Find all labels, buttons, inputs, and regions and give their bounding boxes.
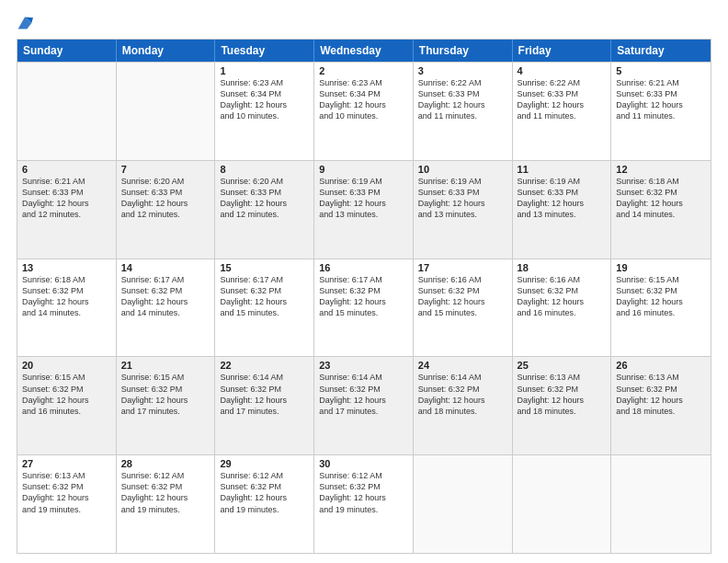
day-info: Sunrise: 6:17 AM Sunset: 6:32 PM Dayligh… (121, 274, 210, 319)
calendar-cell: 15Sunrise: 6:17 AM Sunset: 6:32 PM Dayli… (215, 259, 314, 357)
day-number: 28 (121, 458, 210, 469)
logo (17, 15, 37, 31)
day-info: Sunrise: 6:17 AM Sunset: 6:32 PM Dayligh… (319, 274, 408, 319)
day-number: 10 (418, 164, 507, 175)
calendar-cell: 23Sunrise: 6:14 AM Sunset: 6:32 PM Dayli… (314, 357, 414, 454)
day-info: Sunrise: 6:23 AM Sunset: 6:34 PM Dayligh… (220, 77, 309, 122)
calendar-cell: 20Sunrise: 6:15 AM Sunset: 6:32 PM Dayli… (17, 357, 117, 454)
day-info: Sunrise: 6:14 AM Sunset: 6:32 PM Dayligh… (319, 372, 408, 417)
calendar-week-1: 1Sunrise: 6:23 AM Sunset: 6:34 PM Daylig… (17, 62, 711, 160)
day-number: 12 (616, 164, 706, 175)
calendar-cell: 12Sunrise: 6:18 AM Sunset: 6:32 PM Dayli… (611, 161, 711, 259)
day-number: 2 (319, 65, 408, 76)
calendar-cell: 11Sunrise: 6:19 AM Sunset: 6:33 PM Dayli… (513, 161, 612, 259)
calendar-cell: 8Sunrise: 6:20 AM Sunset: 6:33 PM Daylig… (215, 161, 314, 259)
day-info: Sunrise: 6:17 AM Sunset: 6:32 PM Dayligh… (220, 274, 309, 319)
day-info: Sunrise: 6:15 AM Sunset: 6:32 PM Dayligh… (616, 274, 706, 319)
day-number: 19 (616, 262, 706, 273)
day-info: Sunrise: 6:12 AM Sunset: 6:32 PM Dayligh… (319, 470, 408, 515)
day-info: Sunrise: 6:19 AM Sunset: 6:33 PM Dayligh… (518, 176, 607, 221)
day-number: 15 (220, 262, 309, 273)
calendar-cell: 14Sunrise: 6:17 AM Sunset: 6:32 PM Dayli… (117, 259, 216, 357)
day-number: 20 (22, 360, 111, 371)
day-number: 9 (319, 164, 408, 175)
day-number: 24 (418, 360, 507, 371)
header-friday: Friday (513, 40, 612, 62)
calendar-cell (611, 455, 711, 553)
day-info: Sunrise: 6:13 AM Sunset: 6:32 PM Dayligh… (518, 372, 607, 417)
calendar-cell: 18Sunrise: 6:16 AM Sunset: 6:32 PM Dayli… (513, 259, 612, 357)
calendar-body: 1Sunrise: 6:23 AM Sunset: 6:34 PM Daylig… (17, 62, 711, 553)
day-number: 8 (220, 164, 309, 175)
day-number: 16 (319, 262, 408, 273)
day-info: Sunrise: 6:15 AM Sunset: 6:32 PM Dayligh… (121, 372, 210, 417)
calendar-cell: 19Sunrise: 6:15 AM Sunset: 6:32 PM Dayli… (611, 259, 711, 357)
header-saturday: Saturday (611, 40, 711, 62)
day-info: Sunrise: 6:21 AM Sunset: 6:33 PM Dayligh… (616, 77, 706, 122)
day-number: 7 (121, 164, 210, 175)
calendar-cell: 17Sunrise: 6:16 AM Sunset: 6:32 PM Dayli… (414, 259, 513, 357)
calendar-cell: 10Sunrise: 6:19 AM Sunset: 6:33 PM Dayli… (414, 161, 513, 259)
calendar-cell: 29Sunrise: 6:12 AM Sunset: 6:32 PM Dayli… (215, 455, 314, 553)
day-info: Sunrise: 6:14 AM Sunset: 6:32 PM Dayligh… (220, 372, 309, 417)
calendar-cell: 13Sunrise: 6:18 AM Sunset: 6:32 PM Dayli… (17, 259, 117, 357)
calendar-cell: 4Sunrise: 6:22 AM Sunset: 6:33 PM Daylig… (513, 63, 612, 160)
day-info: Sunrise: 6:20 AM Sunset: 6:33 PM Dayligh… (220, 176, 309, 221)
header-monday: Monday (117, 40, 216, 62)
calendar-week-2: 6Sunrise: 6:21 AM Sunset: 6:33 PM Daylig… (17, 160, 711, 259)
day-number: 13 (22, 262, 111, 273)
day-number: 3 (418, 65, 507, 76)
calendar-cell: 27Sunrise: 6:13 AM Sunset: 6:32 PM Dayli… (17, 455, 117, 553)
day-info: Sunrise: 6:13 AM Sunset: 6:32 PM Dayligh… (616, 372, 706, 417)
day-number: 4 (518, 65, 607, 76)
calendar-cell: 2Sunrise: 6:23 AM Sunset: 6:34 PM Daylig… (314, 63, 414, 160)
logo-icon (17, 15, 33, 31)
day-number: 25 (518, 360, 607, 371)
header-wednesday: Wednesday (314, 40, 414, 62)
day-info: Sunrise: 6:18 AM Sunset: 6:32 PM Dayligh… (616, 176, 706, 221)
header-tuesday: Tuesday (215, 40, 314, 62)
calendar-cell: 1Sunrise: 6:23 AM Sunset: 6:34 PM Daylig… (215, 63, 314, 160)
calendar-cell: 7Sunrise: 6:20 AM Sunset: 6:33 PM Daylig… (117, 161, 216, 259)
calendar-cell (117, 63, 216, 160)
calendar-cell: 3Sunrise: 6:22 AM Sunset: 6:33 PM Daylig… (414, 63, 513, 160)
calendar-week-4: 20Sunrise: 6:15 AM Sunset: 6:32 PM Dayli… (17, 356, 711, 454)
day-number: 26 (616, 360, 706, 371)
day-info: Sunrise: 6:12 AM Sunset: 6:32 PM Dayligh… (220, 470, 309, 515)
day-info: Sunrise: 6:22 AM Sunset: 6:33 PM Dayligh… (518, 77, 607, 122)
day-number: 29 (220, 458, 309, 469)
day-info: Sunrise: 6:23 AM Sunset: 6:34 PM Dayligh… (319, 77, 408, 122)
calendar-cell (17, 63, 117, 160)
page: Sunday Monday Tuesday Wednesday Thursday… (0, 0, 728, 563)
day-info: Sunrise: 6:20 AM Sunset: 6:33 PM Dayligh… (121, 176, 210, 221)
calendar-cell: 25Sunrise: 6:13 AM Sunset: 6:32 PM Dayli… (513, 357, 612, 454)
day-number: 18 (518, 262, 607, 273)
day-info: Sunrise: 6:13 AM Sunset: 6:32 PM Dayligh… (22, 470, 111, 515)
day-info: Sunrise: 6:19 AM Sunset: 6:33 PM Dayligh… (418, 176, 507, 221)
day-info: Sunrise: 6:16 AM Sunset: 6:32 PM Dayligh… (418, 274, 507, 319)
day-info: Sunrise: 6:15 AM Sunset: 6:32 PM Dayligh… (22, 372, 111, 417)
day-info: Sunrise: 6:19 AM Sunset: 6:33 PM Dayligh… (319, 176, 408, 221)
day-info: Sunrise: 6:22 AM Sunset: 6:33 PM Dayligh… (418, 77, 507, 122)
calendar-cell: 24Sunrise: 6:14 AM Sunset: 6:32 PM Dayli… (414, 357, 513, 454)
header-sunday: Sunday (17, 40, 117, 62)
calendar-cell: 22Sunrise: 6:14 AM Sunset: 6:32 PM Dayli… (215, 357, 314, 454)
day-info: Sunrise: 6:14 AM Sunset: 6:32 PM Dayligh… (418, 372, 507, 417)
day-number: 27 (22, 458, 111, 469)
calendar-week-3: 13Sunrise: 6:18 AM Sunset: 6:32 PM Dayli… (17, 259, 711, 357)
calendar-cell: 16Sunrise: 6:17 AM Sunset: 6:32 PM Dayli… (314, 259, 414, 357)
calendar: Sunday Monday Tuesday Wednesday Thursday… (17, 39, 711, 554)
calendar-cell: 21Sunrise: 6:15 AM Sunset: 6:32 PM Dayli… (117, 357, 216, 454)
header-thursday: Thursday (414, 40, 513, 62)
header (17, 15, 711, 31)
day-info: Sunrise: 6:18 AM Sunset: 6:32 PM Dayligh… (22, 274, 111, 319)
calendar-cell: 30Sunrise: 6:12 AM Sunset: 6:32 PM Dayli… (314, 455, 414, 553)
calendar-header-row: Sunday Monday Tuesday Wednesday Thursday… (17, 40, 711, 62)
day-number: 5 (616, 65, 706, 76)
day-number: 11 (518, 164, 607, 175)
day-number: 30 (319, 458, 408, 469)
calendar-cell: 5Sunrise: 6:21 AM Sunset: 6:33 PM Daylig… (611, 63, 711, 160)
calendar-cell: 26Sunrise: 6:13 AM Sunset: 6:32 PM Dayli… (611, 357, 711, 454)
day-number: 1 (220, 65, 309, 76)
day-info: Sunrise: 6:12 AM Sunset: 6:32 PM Dayligh… (121, 470, 210, 515)
